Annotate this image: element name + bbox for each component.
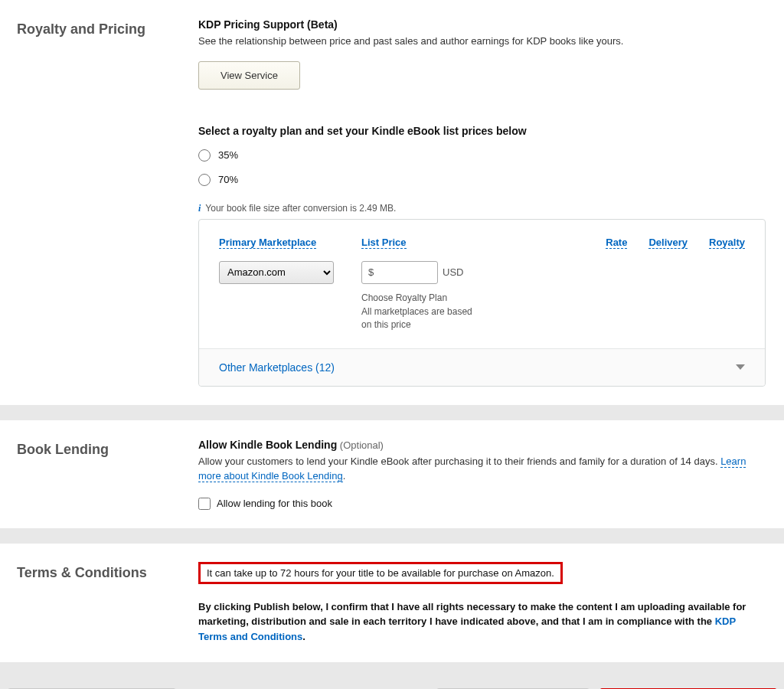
based-on-text: All marketplaces are based on this price [361,305,484,331]
other-marketplaces-label: Other Marketplaces (12) [219,361,335,374]
terms-body: It can take up to 72 hours for your titl… [198,562,766,645]
royalty-plan-heading: Select a royalty plan and set your Kindl… [198,125,766,137]
list-price-input[interactable] [375,266,431,278]
allow-lending-label: Allow lending for this book [217,498,332,509]
footer-actions: < Back to Content Save as Draft Publish … [0,678,784,689]
royalty-70-radio[interactable] [198,174,211,186]
royalty-35-row: 35% [198,149,766,162]
terms-period: . [302,631,305,642]
list-price-input-wrap: $ [361,261,438,284]
lending-heading: Allow Kindle Book Lending [198,439,337,451]
royalty-35-radio[interactable] [198,149,211,162]
info-icon: i [198,203,201,214]
col-delivery[interactable]: Delivery [648,237,688,249]
royalty-70-label: 70% [218,174,238,185]
terms-confirm-text-wrap: By clicking Publish below, I confirm tha… [198,599,766,645]
chevron-down-icon [736,364,745,370]
pricing-input-row: Amazon.com $ USD Choose Royalty Plan All… [219,261,745,331]
terms-confirm-text: By clicking Publish below, I confirm tha… [198,601,746,628]
royalty-body: KDP Pricing Support (Beta) See the relat… [198,18,766,387]
lending-desc: Allow your customers to lend your Kindle… [198,456,720,467]
col-list-price[interactable]: List Price [361,237,407,249]
royalty-section-title: Royalty and Pricing [11,18,198,387]
other-marketplaces-toggle[interactable]: Other Marketplaces (12) [199,348,765,386]
currency-symbol: $ [368,266,374,278]
terms-section-title: Terms & Conditions [11,562,198,645]
royalty-pricing-panel: Royalty and Pricing KDP Pricing Support … [0,0,784,405]
lending-heading-row: Allow Kindle Book Lending (Optional) [198,439,766,451]
terms-panel: Terms & Conditions It can take up to 72 … [0,544,784,663]
pricing-support-title: KDP Pricing Support (Beta) [198,18,766,31]
file-size-info: Your book file size after conversion is … [205,203,396,214]
book-lending-panel: Book Lending Allow Kindle Book Lending (… [0,420,784,528]
col-royalty[interactable]: Royalty [709,237,745,249]
pricing-support-desc: See the relationship between price and p… [198,34,766,49]
col-rate[interactable]: Rate [606,237,627,249]
royalty-70-row: 70% [198,174,766,186]
availability-notice: It can take up to 72 hours for your titl… [207,567,554,579]
lending-section-title: Book Lending [11,439,198,510]
primary-marketplace-select[interactable]: Amazon.com [219,261,334,284]
pricing-header-row: Primary Marketplace List Price Rate Deli… [219,237,745,261]
file-size-info-row: i Your book file size after conversion i… [198,203,766,214]
lending-checkbox-row: Allow lending for this book [198,498,766,510]
pricing-grid: Primary Marketplace List Price Rate Deli… [198,219,766,387]
lending-optional: (Optional) [340,439,384,451]
availability-notice-highlight: It can take up to 72 hours for your titl… [198,562,563,584]
choose-royalty-plan-text: Choose Royalty Plan [361,292,499,305]
allow-lending-checkbox[interactable] [198,498,211,510]
royalty-35-label: 35% [218,149,238,161]
col-primary-marketplace[interactable]: Primary Marketplace [219,237,316,249]
view-service-button[interactable]: View Service [198,61,300,90]
lending-desc-wrap: Allow your customers to lend your Kindle… [198,454,766,484]
currency-code: USD [443,266,463,278]
list-price-input-row: $ USD [361,261,499,284]
lending-body: Allow Kindle Book Lending (Optional) All… [198,439,766,510]
